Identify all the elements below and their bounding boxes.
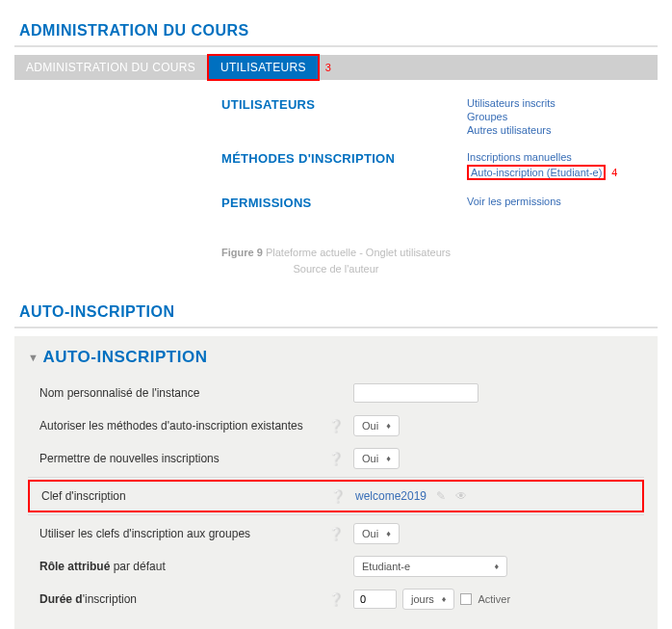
select-value: Oui <box>362 420 378 432</box>
link-manual-enrol[interactable]: Inscriptions manuelles <box>467 151 617 163</box>
heading-users: UTILISATEURS <box>221 97 443 136</box>
tab-admin[interactable]: ADMINISTRATION DU COURS <box>14 56 207 79</box>
select-duration-unit[interactable]: jours ♦ <box>402 589 454 610</box>
label-allow-existing: Autoriser les méthodes d'auto-inscriptio… <box>28 419 326 432</box>
select-value: Oui <box>362 453 378 464</box>
select-allow-new[interactable]: Oui ♦ <box>353 448 400 469</box>
tab-users[interactable]: UTILISATEURS <box>207 54 320 81</box>
caret-icon: ♦ <box>442 594 447 604</box>
select-value: jours <box>411 593 434 605</box>
field-custom-name: Nom personnalisé de l'instance <box>28 377 644 409</box>
checkbox-activate[interactable] <box>460 593 472 605</box>
caret-icon: ♦ <box>386 529 391 538</box>
link-other-users[interactable]: Autres utilisateurs <box>467 124 556 136</box>
figure-caption: Figure 9 Plateforme actuelle - Onglet ut… <box>14 245 658 276</box>
auto-inscription-form: ▼ AUTO-INSCRIPTION Nom personnalisé de l… <box>14 336 658 629</box>
caret-icon: ♦ <box>494 562 499 571</box>
help-icon[interactable]: ❔ <box>326 527 346 541</box>
users-content: UTILISATEURS Utilisateurs inscrits Group… <box>14 80 658 227</box>
page-title-admin: ADMINISTRATION DU COURS <box>14 14 658 47</box>
help-icon[interactable]: ❔ <box>328 489 348 504</box>
field-allow-existing: Autoriser les méthodes d'auto-inscriptio… <box>28 409 644 442</box>
section-enrol-methods: MÉTHODES D'INSCRIPTION Inscriptions manu… <box>14 144 658 188</box>
select-allow-existing[interactable]: Oui ♦ <box>353 415 400 436</box>
field-default-role: Rôle attribué par défaut Etudiant-e ♦ <box>28 550 644 583</box>
select-value: Oui <box>362 528 378 539</box>
eye-icon[interactable]: 👁 <box>455 489 467 503</box>
label-group-keys: Utiliser les clefs d'inscription aux gro… <box>28 527 326 540</box>
link-groups[interactable]: Groupes <box>467 111 556 122</box>
annotation-3: 3 <box>325 62 331 73</box>
help-icon[interactable]: ❔ <box>326 592 346 607</box>
panel-header-auto[interactable]: ▼ AUTO-INSCRIPTION <box>28 348 644 367</box>
annotation-4: 4 <box>611 167 617 178</box>
field-group-keys: Utiliser les clefs d'inscription aux gro… <box>28 517 644 550</box>
label-default-role: Rôle attribué par défaut <box>28 560 326 573</box>
page-title-auto: AUTO-INSCRIPTION <box>14 296 658 328</box>
section-users: UTILISATEURS Utilisateurs inscrits Group… <box>14 90 658 144</box>
label-enrol-key: Clef d'inscription <box>30 489 328 503</box>
field-duration: Durée d'inscription ❔ jours ♦ Activer <box>28 583 644 616</box>
help-icon[interactable]: ❔ <box>326 419 346 433</box>
caption-line1: Plateforme actuelle - Onglet utilisateur… <box>263 247 451 258</box>
tab-bar: ADMINISTRATION DU COURS UTILISATEURS 3 <box>14 55 658 80</box>
section-permissions: PERMISSIONS Voir les permissions <box>14 188 658 218</box>
label-allow-new: Permettre de nouvelles inscriptions <box>28 452 326 465</box>
input-custom-name[interactable] <box>353 383 478 403</box>
link-view-permissions[interactable]: Voir les permissions <box>467 196 561 207</box>
field-allow-new: Permettre de nouvelles inscriptions ❔ Ou… <box>28 442 644 475</box>
pencil-icon[interactable]: ✎ <box>436 489 446 503</box>
field-enrol-key: Clef d'inscription ❔ welcome2019 ✎ 👁 <box>28 480 644 512</box>
panel-title: AUTO-INSCRIPTION <box>42 348 207 367</box>
select-group-keys[interactable]: Oui ♦ <box>353 523 400 544</box>
caption-prefix: Figure 9 <box>221 247 263 258</box>
caret-icon: ♦ <box>386 454 391 463</box>
chevron-down-icon: ▼ <box>28 352 39 363</box>
enrol-key-value: welcome2019 <box>355 489 426 503</box>
heading-permissions: PERMISSIONS <box>221 196 443 210</box>
label-activate: Activer <box>478 593 510 605</box>
input-duration[interactable] <box>353 590 397 609</box>
caption-line2: Source de l'auteur <box>294 263 379 275</box>
select-value: Etudiant-e <box>362 561 410 572</box>
heading-methods: MÉTHODES D'INSCRIPTION <box>221 151 443 180</box>
label-custom-name: Nom personnalisé de l'instance <box>28 386 326 400</box>
help-icon[interactable]: ❔ <box>326 452 346 466</box>
select-default-role[interactable]: Etudiant-e ♦ <box>353 556 507 577</box>
link-self-enrol[interactable]: Auto-inscription (Etudiant-e) <box>467 165 606 180</box>
caret-icon: ♦ <box>386 421 391 431</box>
label-duration: Durée d'inscription <box>28 592 326 606</box>
link-enrolled-users[interactable]: Utilisateurs inscrits <box>467 97 556 109</box>
